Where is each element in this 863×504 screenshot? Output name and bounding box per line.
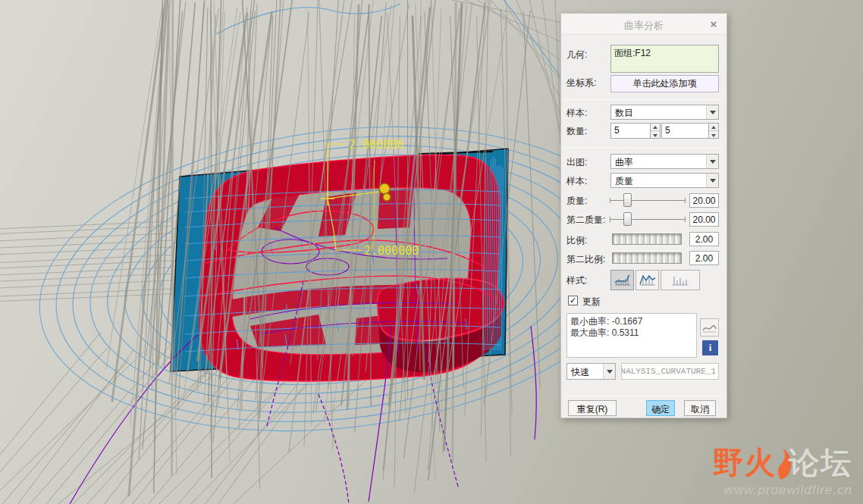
plot-select-value: 曲率 (615, 156, 633, 169)
graph-icon (702, 322, 717, 333)
cancel-button[interactable]: 取消 (684, 400, 716, 416)
csys-placeholder: 单击此处添加项 (633, 78, 697, 89)
cad-viewport[interactable]: 2.000000 2.000000 野火论坛 www.proewildfire.… (0, 0, 863, 504)
dimension-annotation: 2.000000 (364, 244, 419, 258)
sample-label: 样本: (566, 107, 587, 120)
scale-label: 比例: (566, 234, 587, 247)
spinner-down-icon[interactable] (651, 131, 660, 138)
results-readout: 最小曲率: -0.1667 最大曲率: 0.5311 (566, 313, 697, 358)
dialog-titlebar[interactable]: 曲率分析 × (561, 14, 726, 35)
quality-value[interactable]: 20.00 (689, 193, 719, 208)
spinner-down-icon[interactable] (709, 131, 718, 138)
style-bars-button[interactable] (661, 270, 700, 290)
fan-line (0, 332, 101, 504)
scale-thumbwheel[interactable] (612, 233, 682, 245)
style-curve-icon (614, 274, 632, 286)
max-curvature-value: 最大曲率: 0.5311 (570, 327, 693, 339)
close-icon[interactable]: × (707, 17, 720, 31)
quality2-slider[interactable] (610, 211, 686, 227)
topright-streak (542, 0, 563, 161)
sample2-label: 样本: (566, 175, 587, 188)
geometry-collector[interactable]: 面组:F12 (610, 45, 719, 73)
repeat-button[interactable]: 重复(R) (568, 400, 617, 416)
quality2-label: 第二质量: (566, 214, 605, 227)
curvature-analysis-dialog: 曲率分析 × 几何: 面组:F12 坐标系: 单击此处添加项 样本: 数目 数量… (560, 13, 727, 418)
count2-value[interactable]: 5 (661, 123, 708, 139)
watermark-brand-right: 论坛 (789, 446, 852, 479)
plot-label: 出图: (566, 156, 587, 169)
hair-line (211, 0, 212, 478)
left-streak (0, 280, 173, 288)
scale-value[interactable]: 2.00 (689, 232, 719, 246)
style-curve-button[interactable] (610, 270, 634, 290)
chevron-down-icon[interactable] (706, 155, 718, 168)
quality2-value[interactable]: 20.00 (689, 212, 719, 227)
watermark-url: www.proewildfire.cn (713, 484, 852, 496)
quality-slider[interactable] (610, 193, 686, 208)
watermark-brand-left: 野火 (713, 446, 777, 479)
separator (565, 99, 723, 100)
fan-line (0, 347, 108, 504)
quality-label: 质量: (566, 195, 587, 208)
measure-point-marker[interactable] (383, 193, 391, 201)
count1-value[interactable]: 5 (610, 123, 650, 139)
speed-select[interactable]: 快速 (566, 363, 616, 380)
show-graph-button[interactable] (700, 318, 719, 337)
spinner-up-icon[interactable] (651, 124, 660, 131)
sample2-select-value: 质量 (615, 175, 633, 188)
hair-line (172, 0, 173, 475)
fan-line (44, 339, 184, 504)
count-label: 数量: (566, 125, 587, 138)
speed-select-value: 快速 (571, 366, 589, 379)
spinner-up-icon[interactable] (709, 124, 718, 131)
left-streak (0, 240, 173, 248)
sample-select[interactable]: 数目 (610, 105, 719, 120)
csys-collector[interactable]: 单击此处添加项 (610, 75, 719, 92)
slider-handle[interactable] (623, 212, 632, 226)
forum-watermark: 野火论坛 www.proewildfire.cn (713, 447, 852, 496)
chevron-down-icon[interactable] (706, 105, 718, 119)
geometry-label: 几何: (566, 49, 587, 61)
geometry-value: 面组:F12 (614, 48, 651, 58)
slider-handle[interactable] (623, 193, 632, 207)
ok-button[interactable]: 确定 (646, 400, 675, 416)
scale2-value[interactable]: 2.00 (689, 251, 719, 265)
chevron-down-icon[interactable] (603, 364, 615, 379)
sample-select-value: 数目 (615, 107, 633, 120)
scale2-label: 第二比例: (566, 253, 605, 266)
measure-point-marker[interactable] (379, 183, 390, 194)
update-label: 更新 (582, 296, 601, 308)
style-peaks-icon (639, 274, 657, 286)
chevron-down-icon[interactable] (706, 174, 718, 187)
dimension-annotation: 2.000000 (349, 138, 403, 152)
scale2-thumbwheel[interactable] (612, 252, 682, 264)
dialog-title: 曲率分析 (561, 19, 726, 33)
viewport-canvas: 2.000000 2.000000 (0, 0, 863, 504)
csys-label: 坐标系: (566, 77, 596, 89)
sample2-select[interactable]: 质量 (610, 173, 719, 188)
style-label: 样式: (566, 274, 587, 287)
separator (565, 396, 723, 396)
min-curvature-value: 最小曲率: -0.1667 (570, 316, 693, 327)
info-icon[interactable]: i (702, 340, 718, 355)
plot-select[interactable]: 曲率 (610, 154, 719, 169)
update-checkbox[interactable]: ✓ (568, 296, 578, 305)
count1-stepper[interactable]: 5 (610, 123, 661, 139)
topright-streak (465, 0, 563, 42)
count2-stepper[interactable]: 5 (661, 123, 719, 139)
analysis-name-value: ANALYSIS_CURVATURE_1 (621, 367, 716, 376)
style-peaks-button[interactable] (635, 270, 659, 290)
analysis-name-field[interactable]: ANALYSIS_CURVATURE_1 (621, 363, 719, 380)
separator (565, 147, 723, 148)
style-bars-icon (670, 274, 690, 286)
